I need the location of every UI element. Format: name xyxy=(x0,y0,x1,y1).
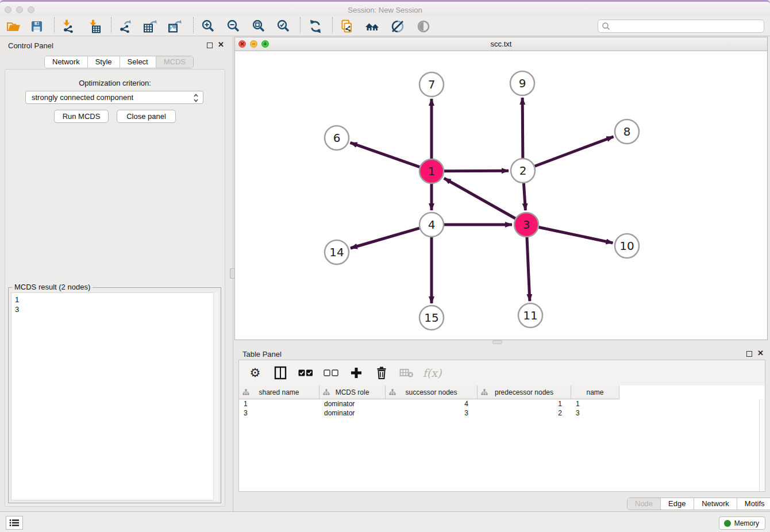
table-row[interactable]: 1dominator411 xyxy=(239,399,759,408)
table-body: 1dominator4113dominator323 xyxy=(239,399,759,491)
graph-node-6[interactable]: 6 xyxy=(325,126,349,150)
table-cell[interactable]: dominator xyxy=(319,408,386,418)
tab-network[interactable]: Network xyxy=(45,56,88,68)
save-session-icon[interactable] xyxy=(26,18,47,35)
graph-node-2[interactable]: 2 xyxy=(511,159,535,183)
apply-layout-icon[interactable] xyxy=(305,18,326,35)
table-cell[interactable]: 3 xyxy=(386,408,478,418)
graph-node-7[interactable]: 7 xyxy=(419,72,444,97)
criterion-dropdown[interactable]: strongly connected component xyxy=(25,91,203,104)
tab-edge-table[interactable]: Edge Table xyxy=(661,498,694,510)
tab-select[interactable]: Select xyxy=(120,56,156,68)
graph-node-9[interactable]: 9 xyxy=(510,71,534,95)
graph-edge-3-1[interactable] xyxy=(444,178,515,218)
graph-node-15[interactable]: 15 xyxy=(419,306,444,330)
control-panel: Control Panel ✕ Network Style Select MCD… xyxy=(0,36,230,511)
tab-style[interactable]: Style xyxy=(88,56,120,68)
task-history-button[interactable] xyxy=(6,516,23,530)
show-hide-panel-icon[interactable] xyxy=(413,18,434,35)
clone-network-icon[interactable] xyxy=(337,18,357,35)
table-cell[interactable]: dominator xyxy=(319,399,386,408)
function-builder-icon: f(x) xyxy=(424,364,441,381)
graph-edge-2-3[interactable] xyxy=(523,183,525,210)
zoom-in-icon[interactable] xyxy=(198,18,218,35)
table-cell[interactable]: 3 xyxy=(239,408,319,418)
table-cell[interactable]: 4 xyxy=(386,399,478,408)
graph-node-4[interactable]: 4 xyxy=(419,213,444,237)
column-header-predecessor-nodes[interactable]: predecessor nodes xyxy=(478,385,571,399)
mcds-result-group: MCDS result (2 nodes) 1 3 xyxy=(8,287,221,503)
search-field[interactable] xyxy=(598,20,764,33)
tab-network-table[interactable]: Network Table xyxy=(694,498,737,510)
float-table-panel-icon[interactable] xyxy=(746,351,752,357)
close-table-panel-icon[interactable]: ✕ xyxy=(757,349,764,357)
toolbar-separator xyxy=(193,17,194,33)
result-scrollbar[interactable] xyxy=(213,292,218,500)
delete-icon[interactable] xyxy=(373,364,390,381)
hide-style-icon[interactable] xyxy=(387,18,408,35)
gear-icon[interactable]: ⚙ xyxy=(247,364,264,381)
table-scrollbar[interactable] xyxy=(759,399,765,491)
graph-edge-3-10[interactable] xyxy=(539,228,613,243)
graph-node-14[interactable]: 14 xyxy=(325,240,349,264)
graph-node-3[interactable]: 3 xyxy=(514,213,538,237)
svg-text:2: 2 xyxy=(519,164,527,178)
run-mcds-button[interactable]: Run MCDS xyxy=(54,110,109,123)
table-cell[interactable]: 2 xyxy=(478,408,571,418)
float-panel-icon[interactable] xyxy=(207,43,213,48)
table-cell[interactable]: 1 xyxy=(239,399,319,408)
graph-node-8[interactable]: 8 xyxy=(615,119,639,144)
graph-edge-1-6[interactable] xyxy=(351,142,420,167)
memory-status-icon xyxy=(724,520,731,527)
zoom-selected-icon[interactable] xyxy=(273,18,294,35)
network-window: ✕ − + scc.txt 1234678910111415 xyxy=(234,37,768,340)
home-icon[interactable] xyxy=(362,18,383,35)
column-header-successor-nodes[interactable]: successor nodes xyxy=(386,385,478,399)
svg-text:1: 1 xyxy=(428,164,436,178)
table-panel: Table Panel ✕ ⚙ xyxy=(234,345,770,511)
graph-node-1[interactable]: 1 xyxy=(419,159,444,183)
export-network-icon[interactable] xyxy=(115,18,136,35)
table-cell[interactable]: 3 xyxy=(571,408,619,418)
horizontal-splitter-grip[interactable] xyxy=(492,340,502,344)
column-header-MCDS-role[interactable]: MCDS role xyxy=(319,385,386,399)
export-image-icon[interactable] xyxy=(165,18,186,35)
table-cell[interactable]: 1 xyxy=(478,399,571,408)
add-column-icon[interactable] xyxy=(348,364,365,381)
close-panel-button[interactable]: Close panel xyxy=(117,110,176,123)
mcds-result-text[interactable]: 1 3 xyxy=(11,292,218,500)
tab-node-table[interactable]: Node Table xyxy=(627,498,661,510)
tree-icon xyxy=(389,389,396,395)
import-table-icon[interactable] xyxy=(84,18,105,35)
open-session-icon[interactable] xyxy=(3,18,24,35)
table-header: shared nameMCDS rolesuccessor nodesprede… xyxy=(239,385,619,399)
search-input[interactable] xyxy=(611,22,764,30)
svg-text:9: 9 xyxy=(519,76,526,90)
tab-motifs[interactable]: Motifs xyxy=(737,498,770,510)
zoom-fit-icon[interactable] xyxy=(248,18,269,35)
graph-edge-2-9[interactable] xyxy=(522,98,523,158)
memory-button[interactable]: Memory xyxy=(719,516,765,530)
deselect-all-icon[interactable] xyxy=(322,364,340,381)
column-header-shared-name[interactable]: shared name xyxy=(239,385,319,399)
tab-mcds[interactable]: MCDS xyxy=(156,56,193,68)
table-row[interactable]: 3dominator323 xyxy=(239,408,759,418)
import-network-icon[interactable] xyxy=(57,18,78,35)
table-tabs: Node Table Edge Table Network Table Moti… xyxy=(627,498,770,510)
column-header-name[interactable]: name xyxy=(571,385,619,399)
table-cell[interactable]: 1 xyxy=(571,399,619,408)
tree-icon xyxy=(323,389,330,395)
close-panel-icon[interactable]: ✕ xyxy=(218,40,224,49)
graph-edge-1-2[interactable] xyxy=(444,171,509,171)
zoom-out-icon[interactable] xyxy=(223,18,244,35)
graph-node-10[interactable]: 10 xyxy=(615,234,639,258)
app-title: Session: New Session xyxy=(0,6,770,14)
graph-edge-4-14[interactable] xyxy=(351,228,419,248)
graph-edge-2-8[interactable] xyxy=(535,137,614,166)
select-all-icon[interactable] xyxy=(297,364,314,381)
graph-node-11[interactable]: 11 xyxy=(518,303,542,327)
network-canvas[interactable]: 1234678910111415 xyxy=(235,51,767,340)
graph-edge-3-11[interactable] xyxy=(527,237,530,301)
panes-icon[interactable] xyxy=(272,364,289,381)
export-table-icon[interactable] xyxy=(140,18,161,35)
